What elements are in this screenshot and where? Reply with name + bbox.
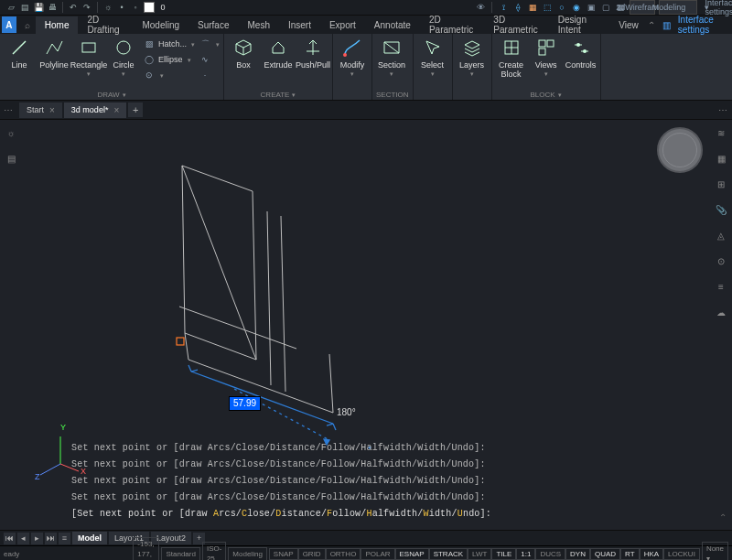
balloon-icon[interactable]: ⊙ xyxy=(714,253,728,268)
grid4-icon[interactable]: ⊞ xyxy=(714,177,728,191)
box-tool[interactable]: Box xyxy=(228,36,259,70)
layers-tool[interactable]: Layers▾ xyxy=(457,36,488,78)
controls-tool[interactable]: Controls xyxy=(565,36,597,70)
tab-start[interactable]: Start× xyxy=(19,102,62,118)
tab-view[interactable]: View xyxy=(609,16,648,34)
svg-point-3 xyxy=(343,53,347,57)
doc-overflow-icon[interactable]: ⋯ xyxy=(718,105,728,115)
tab-home[interactable]: Home xyxy=(36,16,79,34)
toggle-tile[interactable]: TILE xyxy=(491,548,516,560)
cmd-expand-icon[interactable]: ⌃ xyxy=(719,512,727,522)
more-draw[interactable]: ⊙ xyxy=(143,69,195,81)
panel-label-create: CREATE xyxy=(261,91,290,99)
panel-icon[interactable]: ▤ xyxy=(4,151,18,166)
iso-style[interactable]: ISO-25 xyxy=(202,542,226,560)
panel-settings-icon[interactable]: ▥ xyxy=(662,20,671,30)
panel-section: Section▾ SECTION xyxy=(372,34,414,100)
cloud-icon[interactable]: ☁ xyxy=(714,305,728,319)
toggle-strack[interactable]: STRACK xyxy=(429,548,468,560)
circle-tool[interactable]: Circle▾ xyxy=(108,36,139,78)
qa-save-icon[interactable]: 💾 xyxy=(33,2,44,13)
layout-model[interactable]: Model xyxy=(72,532,107,544)
close-icon[interactable]: × xyxy=(49,105,55,115)
arc-tool[interactable]: ⌒ xyxy=(199,38,220,50)
data-icon[interactable]: ≡ xyxy=(714,279,728,294)
dim-style[interactable]: Standard xyxy=(161,547,199,561)
panel-label-block: BLOCK xyxy=(531,91,555,99)
toggle-lockui[interactable]: LOCKUI xyxy=(663,548,700,560)
modify-tool[interactable]: Modify▾ xyxy=(337,36,368,78)
clip-icon[interactable]: 📎 xyxy=(714,202,728,217)
doc-menu-icon[interactable]: ⋯ xyxy=(4,105,14,115)
properties-icon[interactable]: ▦ xyxy=(714,151,728,166)
ellipse-tool[interactable]: ◯Ellipse xyxy=(143,53,195,66)
cmd-prompt[interactable]: [Set next point or [draw Arcs/Close/Dist… xyxy=(71,506,705,522)
materials-icon[interactable]: ◬ xyxy=(714,228,728,242)
color-swatch[interactable] xyxy=(144,2,155,13)
toggle-1:1[interactable]: 1:1 xyxy=(516,548,535,560)
workspace-dropdown[interactable]: Modeling xyxy=(659,0,697,15)
line-tool[interactable]: Line xyxy=(4,36,35,70)
new-tab-button[interactable]: + xyxy=(128,102,143,117)
section-tool[interactable]: Section▾ xyxy=(376,36,407,78)
qa-open-icon[interactable]: ▤ xyxy=(19,2,30,13)
toggle-dyn[interactable]: DYN xyxy=(565,548,590,560)
toggle-grid[interactable]: GRID xyxy=(298,548,326,560)
toggle-snap[interactable]: SNAP xyxy=(269,548,298,560)
interface-settings-link[interactable]: Interface settings xyxy=(716,2,727,13)
pushpull-tool[interactable]: Push/Pull xyxy=(297,36,328,70)
spline-tool[interactable]: ∿ xyxy=(199,53,220,66)
tab-annotate[interactable]: Annotate xyxy=(365,16,420,34)
select-tool[interactable]: Select▾ xyxy=(417,36,448,78)
list-icon[interactable]: ≡ xyxy=(59,533,70,544)
hatch-tool[interactable]: ▨Hatch... xyxy=(143,38,195,50)
svg-point-2 xyxy=(117,41,130,54)
polyline-tool[interactable]: Polyline xyxy=(38,36,70,70)
toggle-polar[interactable]: POLAR xyxy=(361,548,394,560)
workspace-cell[interactable]: Modeling xyxy=(228,547,266,561)
drawing-area[interactable]: ☼ ▤ ≋ ▦ ⊞ 📎 ◬ ⊙ ≡ ☁ xyxy=(0,120,732,530)
point-tool[interactable]: · xyxy=(199,69,220,81)
document-tabs: ⋯ Start× 3d model*× + ⋯ xyxy=(0,101,732,120)
close-icon[interactable]: × xyxy=(113,105,119,115)
tab-mesh[interactable]: Mesh xyxy=(238,16,278,34)
toggle-quad[interactable]: QUAD xyxy=(590,548,620,560)
left-sidebar: ☼ ▤ xyxy=(0,120,22,535)
distance-readout: 57.99 xyxy=(229,396,261,411)
cmd-line: Set next point or [draw Arcs/Close/Dista… xyxy=(71,473,705,490)
tab-insert[interactable]: Insert xyxy=(279,16,320,34)
qa-print-icon[interactable]: 🖶 xyxy=(47,2,58,13)
right-sidebar: ≋ ▦ ⊞ 📎 ◬ ⊙ ≡ ☁ xyxy=(710,120,732,535)
panel-label-section: SECTION xyxy=(376,91,409,99)
anno-scale[interactable]: None ▾ xyxy=(702,542,728,560)
toggle-hka[interactable]: HKA xyxy=(640,548,663,560)
next-icon[interactable]: ▸ xyxy=(31,533,43,544)
tab-surface[interactable]: Surface xyxy=(188,16,238,34)
extrude-tool[interactable]: Extrude xyxy=(263,36,294,70)
collapse-icon[interactable]: ⌃ xyxy=(648,20,655,30)
layers-icon[interactable]: ≋ xyxy=(714,125,728,140)
svg-rect-7 xyxy=(539,48,545,55)
toggle-lwt[interactable]: LWT xyxy=(468,548,491,560)
create-block-tool[interactable]: Create Block xyxy=(496,36,527,79)
bulb-icon[interactable]: ☼ xyxy=(4,125,18,140)
last-icon[interactable]: ⏭ xyxy=(45,533,57,544)
toggle-esnap[interactable]: ESNAP xyxy=(395,548,429,560)
app-menu-button[interactable]: A xyxy=(2,16,16,33)
tab-3d-model[interactable]: 3d model*× xyxy=(64,102,126,118)
toggle-ortho[interactable]: ORTHO xyxy=(326,548,361,560)
panel-create: Box Extrude Push/Pull CREATE▾ xyxy=(224,34,333,100)
tab-export[interactable]: Export xyxy=(320,16,365,34)
cmd-line: Set next point or [draw Arcs/Close/Dista… xyxy=(71,490,705,506)
rectangle-tool[interactable]: Rectangle▾ xyxy=(73,36,104,78)
toggle-rt[interactable]: RT xyxy=(620,548,640,560)
search-icon[interactable]: ⌕ xyxy=(19,20,36,30)
qa-undo-icon[interactable]: ↶ xyxy=(68,2,79,13)
tab-modeling[interactable]: Modeling xyxy=(133,16,188,34)
interface-settings-link-2[interactable]: Interface settings xyxy=(678,15,727,35)
layout-tabs: ⏮ ◂ ▸ ⏭ ≡ Model Layout1 Layout2 + xyxy=(0,530,732,545)
views-tool[interactable]: Views▾ xyxy=(531,36,562,78)
toggle-ducs[interactable]: DUCS xyxy=(535,548,565,560)
qa-count: 0 xyxy=(157,2,168,13)
qa-new-icon[interactable]: ▱ xyxy=(5,2,16,13)
